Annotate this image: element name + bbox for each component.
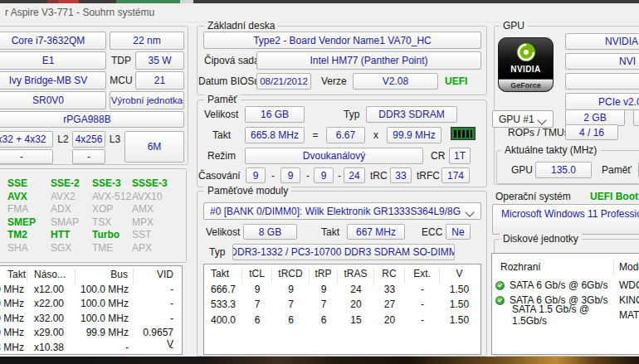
cpu-name-value: Core i7-3632QM [0,32,106,50]
cache-dash-value: - [72,149,105,164]
ecc-label: ECC [422,225,443,240]
timing-table-cell: 20 [374,314,405,330]
clock-table-cell: 0 MHz [0,313,27,328]
drives-col-model: Model [613,259,639,275]
bios-version-label: Verze [321,73,349,90]
clock-table-cell: 100.0 MHz [76,284,134,298]
gpu-extra-value [633,109,639,126]
cpu-feature-flag: SMEP [7,216,51,230]
chipset-value: Intel HM77 (Panther Point) [256,51,481,70]
cpu-feature-flag: SSE-2 [51,177,92,191]
trfc-label: tRFC [417,167,440,183]
timing-table-cell: 20 [338,298,374,314]
timing-table-cell: 6 [310,314,338,330]
cpu-feature-flag: XOP [92,203,132,216]
clock-table-cell: - [134,298,178,313]
dash: - [269,167,277,183]
cpu-feature-flag: TME [92,242,132,255]
rops-tmus-value: 4 / 16 [565,124,618,140]
cpu-feature-flag: APX [132,242,180,255]
desktop-background-strip [0,357,639,364]
module-timing-table: TakttCLtRCDtRPtRASRCExt.V666.79992433-1.… [203,264,481,355]
cr-label: CR [431,148,446,164]
clock-table-header: Náso... [27,269,76,284]
clock-table-cell: x10.38 [27,342,76,356]
memory-clock-label: Takt [212,127,237,143]
drive-row: SATA 1.5 Gb/s @ 1.5Gb/sMATS [492,308,639,323]
timing-table-cell: 9 [310,284,338,299]
cpu-feature-flag: AVX-512 [92,191,132,204]
gpu-name-value: NVIDIA [565,33,639,50]
drive-interface-value: SATA 6 Gb/s @ 6Gb/s [510,279,607,291]
timing-table-cell: 9 [272,284,310,299]
clock-table-cell: 0 MHz [0,298,27,313]
os-name-value: Microsoft Windows 11 Professional [501,208,639,220]
drive-model-cell: WDC [617,279,639,291]
timing-table-cell: 33 [374,284,405,299]
timing-table-cell: 1.50 [440,284,479,299]
cache-l1-value: x32 + 4x32 [0,131,53,148]
nvidia-wordmark: NVIDIA [499,65,553,74]
ecc-value: Ne [446,224,471,240]
geforce-wordmark: GeForce [499,79,553,91]
module-selector-dropdown[interactable]: #0 [BANK 0/DIMM0]: Wilk Elektronik GR133… [203,202,481,220]
cpu-revision-value: E1 [0,51,106,70]
gpu-pcie-value: PCIe v2.0 x16 [565,93,639,110]
timing-table-cell: - [405,284,440,299]
cpu-feature-flag: AVX10 [132,191,180,204]
timing-table-cell: 400.0 [204,314,242,330]
title-bar[interactable]: r Aspire V3-771 - Souhrn systému [0,3,639,22]
cache-l2-value: 4x256 [72,131,105,148]
ok-check-icon [495,281,505,290]
module-type-label: Typ [209,245,229,260]
cpu-feature-flag: HTT [51,229,92,242]
trc-label: tRC [370,167,390,183]
ram-icon [451,127,476,140]
gpu-mem-clock-label: Paměť [602,163,635,177]
clock-table-cell: x29.00 [27,327,76,342]
timing-table-cell: 7 [272,298,310,314]
cache-dash-value: - [0,149,53,164]
module-clock-value: 667 MHz [347,224,405,240]
cpu-feature-flag: ADX [51,203,92,216]
timing-table-header: tRCD [272,268,310,284]
drives-group-label: Diskové jednotky [500,233,582,245]
l3-label: L3 [107,131,123,148]
timing-table-cell: - [405,314,440,330]
memory-clock-value: 665.8 MHz [245,127,305,143]
dash: - [335,167,344,183]
module-type-value: DDR3-1332 / PC3-10700 DDR3 SDRAM SO-DIMM [232,244,455,260]
module-size-label: Velikost [206,225,246,240]
gpu-clocks-group-label: Aktuálne takty (MHz) [501,144,600,156]
memory-type-value: DDR3 SDRAM [366,106,457,123]
drive-model-cell: MATS [617,309,639,321]
cpu-process-value: 22 nm [110,32,184,50]
drives-table-header: Rozhraní Model [492,255,639,278]
mcu-label: MCU [109,71,134,90]
drive-model-cell: KING [617,294,639,306]
cpu-features-grid: SSESSE-2SSE-3SSSE-3AVXAVX2AVX-512AVX10FM… [0,168,187,263]
timing-table-cell: 6 [242,314,272,330]
clock-table-cell: 0 MHz [0,327,27,342]
motherboard-group-label: Základní deska [204,20,278,32]
module-clock-label: Takt [321,225,344,240]
nvidia-eye-icon [499,41,553,66]
memory-bus-value: 99.9 MHz [387,127,441,143]
module-size-value: 8 GB [243,224,297,240]
bios-date-value: 08/21/2012 [256,73,311,90]
clock-table-cell: 100.0 MHz [76,298,134,313]
dash: - [304,167,312,183]
timing-label: Časování [198,167,241,183]
ok-check-icon [495,296,505,305]
clock-table-cell: - [134,342,178,356]
memory-modules-group-label: Paměťové moduly [204,185,291,197]
clock-table-cell: - [134,313,178,328]
gpu-subname-value: NVI [565,53,639,70]
chipset-label: Čipová sada [204,51,256,70]
cpu-feature-flag: TM2 [7,229,51,242]
cr-value: 1T [449,148,471,164]
trc-value: 33 [390,167,412,183]
gpu-clock-value: 135.0 [535,162,592,178]
timing-table-cell: 6 [272,314,310,330]
timing-rcd-value: 9 [280,167,300,183]
